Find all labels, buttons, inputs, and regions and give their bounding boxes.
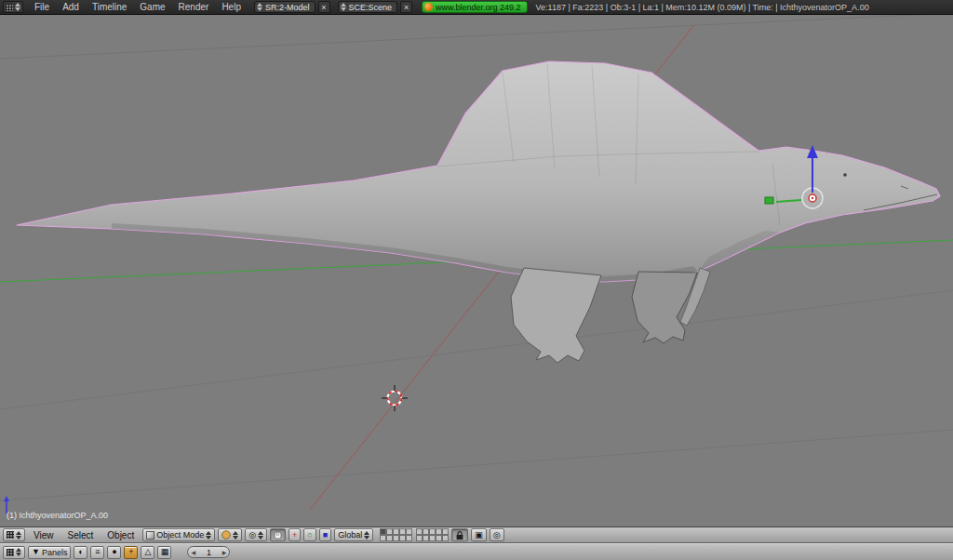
dinosaur-model[interactable] (17, 61, 940, 363)
menu-file[interactable]: File (29, 2, 55, 12)
screen-selector-value: SR:2-Model (265, 3, 310, 12)
layer-button[interactable] (393, 528, 399, 535)
menu-game[interactable]: Game (134, 2, 170, 12)
pivot-point-icon: ◎ (248, 531, 256, 540)
layer-button[interactable] (442, 528, 449, 535)
solid-sphere-icon (221, 530, 231, 540)
active-object-label: (1) IchthyovenatorOP_A.00 (7, 511, 108, 520)
scene-close-button[interactable]: × (400, 1, 412, 13)
layer-button[interactable] (416, 528, 423, 535)
menu-select[interactable]: Select (62, 530, 100, 540)
panels-label: Panels (42, 548, 68, 557)
layer-button[interactable] (399, 535, 406, 541)
manipulator-scale-button[interactable]: ■ (319, 528, 331, 541)
context-shading-button[interactable]: ● (107, 546, 121, 559)
panels-caret-icon: ▼ (32, 548, 40, 556)
buttons-editor-icon (7, 549, 14, 556)
menu-help[interactable]: Help (216, 2, 247, 12)
layer-button[interactable] (423, 528, 429, 535)
layer-button[interactable] (416, 535, 423, 541)
pivot-dot (812, 197, 813, 199)
main-menus: File Add Timeline Game Render Help (29, 2, 247, 12)
layer-group-1 (380, 528, 412, 541)
context-script-button[interactable]: ≡ (90, 546, 104, 559)
menu-object[interactable]: Object (101, 530, 140, 540)
script-icon: ≡ (95, 548, 100, 556)
dropdown-arrows-icon (233, 531, 238, 540)
menu-view[interactable]: View (28, 530, 60, 540)
layer-button[interactable] (429, 535, 436, 541)
viewport-3d[interactable]: (1) IchthyovenatorOP_A.00 (0, 15, 953, 527)
shading-icon: ● (112, 548, 116, 556)
editor-type-selector[interactable] (3, 528, 25, 541)
menu-timeline[interactable]: Timeline (87, 2, 132, 12)
cursor-3d (382, 385, 408, 411)
layer-button[interactable] (436, 535, 442, 541)
dropdown-arrows-icon (341, 3, 346, 11)
dropdown-arrows-icon (258, 531, 263, 540)
frame-number-field[interactable]: ◀ 1 ▶ (187, 546, 230, 558)
mode-selector[interactable]: Object Mode (142, 528, 215, 541)
editor-type-selector-buttons[interactable] (3, 546, 25, 559)
frame-next-icon[interactable]: ▶ (222, 549, 227, 555)
dropdown-arrows-icon (364, 531, 369, 540)
layer-button[interactable] (406, 528, 412, 535)
scene-selector[interactable]: SCE:Scene (338, 1, 398, 13)
blender-logo-icon (424, 3, 433, 11)
scene-selector-value: SCE:Scene (349, 3, 393, 12)
layer-button[interactable] (380, 528, 386, 535)
layer-button[interactable] (393, 535, 399, 541)
view3d-editor-icon (7, 531, 14, 539)
layer-button[interactable] (399, 528, 406, 535)
menu-render[interactable]: Render (173, 2, 215, 12)
orientation-value: Global (338, 530, 362, 540)
orientation-selector[interactable]: Global (334, 528, 373, 541)
version-badge: www.blender.org 249.2 (422, 1, 528, 13)
window-type-selector[interactable] (3, 1, 23, 13)
translate-icon: + (292, 531, 297, 540)
dropdown-arrows-icon (16, 531, 21, 540)
occlusion-toggle-button[interactable]: ◎ (490, 528, 504, 541)
view3d-header: View Select Object Object Mode ◎ (0, 527, 953, 543)
object-mode-icon (146, 531, 154, 540)
menu-add[interactable]: Add (57, 2, 85, 12)
manipulator-rotate-button[interactable]: ○ (303, 528, 315, 541)
context-object-button[interactable]: + (124, 546, 138, 559)
dropdown-arrows-icon (15, 3, 20, 11)
layer-button[interactable] (406, 535, 412, 541)
y-axis-handle-block[interactable] (765, 197, 773, 204)
layer-button[interactable] (386, 535, 393, 541)
context-scene-button[interactable]: ▦ (157, 546, 171, 559)
layer-button[interactable] (423, 535, 429, 541)
layer-button[interactable] (386, 528, 393, 535)
panels-menu[interactable]: ▼ Panels (28, 546, 71, 559)
layer-button[interactable] (436, 528, 442, 535)
lock-layers-button[interactable] (451, 528, 468, 541)
scene-stats: Ve:1187 | Fa:2223 | Ob:3-1 | La:1 | Mem:… (536, 3, 869, 12)
window-type-icon (6, 4, 13, 11)
version-text: www.blender.org 249.2 (436, 3, 521, 12)
editing-icon: △ (144, 548, 151, 556)
screen-selector[interactable]: SR:2-Model (254, 1, 315, 13)
layer-group-2 (416, 528, 449, 541)
object-context-icon: + (128, 548, 133, 556)
manipulator-toggle-button[interactable] (270, 528, 286, 541)
logic-icon: ◐ (78, 548, 83, 556)
context-logic-button[interactable]: ◐ (74, 546, 87, 559)
pivot-selector[interactable]: ◎ (245, 528, 267, 541)
render-window-icon: ▣ (475, 531, 483, 540)
draw-type-selector[interactable] (218, 528, 242, 541)
dropdown-arrows-icon (257, 3, 262, 11)
layer-button[interactable] (442, 535, 449, 541)
dropdown-arrows-icon (16, 548, 21, 556)
context-editing-button[interactable]: △ (141, 546, 154, 559)
manipulator-translate-button[interactable]: + (289, 528, 301, 541)
screen-close-button[interactable]: × (318, 1, 330, 13)
layer-button[interactable] (429, 528, 436, 535)
render-preview-button[interactable]: ▣ (471, 528, 487, 541)
hand-icon (274, 530, 282, 540)
blender-window: File Add Timeline Game Render Help SR:2-… (0, 0, 953, 560)
frame-prev-icon[interactable]: ◀ (191, 549, 195, 555)
occlusion-icon: ◎ (493, 531, 501, 540)
layer-button[interactable] (380, 535, 386, 541)
